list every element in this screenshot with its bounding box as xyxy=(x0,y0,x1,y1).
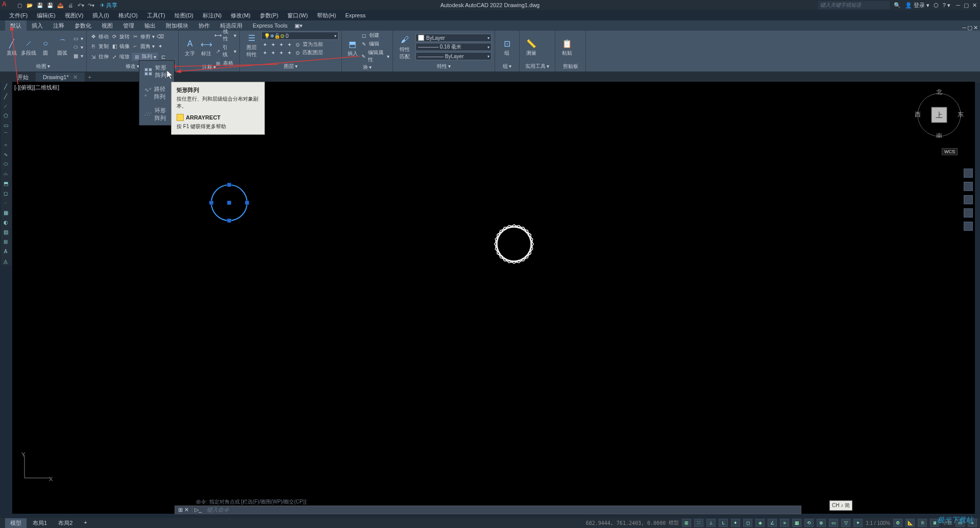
menu-tools[interactable]: 工具(T) xyxy=(143,11,169,20)
tb-line[interactable]: ╱ xyxy=(1,82,10,91)
tb-ellarc[interactable]: ⌓ xyxy=(1,169,10,178)
tb-pline[interactable]: ⟋ xyxy=(1,101,10,110)
tb-polygon[interactable]: ⬠ xyxy=(1,111,10,120)
grip-right[interactable] xyxy=(245,201,249,205)
grip-top[interactable] xyxy=(227,183,231,187)
panel-props-title[interactable]: 特性 ▾ xyxy=(396,62,492,70)
matchprop-button[interactable]: 🖌特性 匹配 xyxy=(396,34,413,60)
grip-left[interactable] xyxy=(209,201,213,205)
tb-circle[interactable]: ○ xyxy=(1,140,10,149)
insert-button[interactable]: ⬒插入 xyxy=(345,38,360,57)
polygon-star[interactable] xyxy=(488,219,540,270)
tb-point[interactable]: · xyxy=(1,198,10,207)
command-input[interactable]: ⊞ ✕ ▷_ 键入命令 xyxy=(175,506,801,514)
panel-util-title[interactable]: 实用工具 ▾ xyxy=(523,62,552,70)
offset-button[interactable]: ⊏ xyxy=(160,53,167,60)
mirror-button[interactable]: ◧镜像 xyxy=(111,43,130,50)
tab-collab[interactable]: 协作 xyxy=(193,20,215,31)
share-button[interactable]: ✈ 共享 xyxy=(100,2,117,9)
menu-modify[interactable]: 修改(M) xyxy=(227,11,255,20)
save-icon[interactable]: 💾 xyxy=(36,1,44,9)
grip-bottom[interactable] xyxy=(227,219,231,223)
hatch-button[interactable]: ▦▾ xyxy=(72,52,83,59)
status-lwt-icon[interactable]: ≡ xyxy=(780,519,789,527)
status-transp-icon[interactable]: ▦ xyxy=(792,519,801,527)
tab-start[interactable]: 开始 xyxy=(10,72,36,83)
panel-block-title[interactable]: 块 ▾ xyxy=(345,63,389,71)
attedit-button[interactable]: ✎编辑属性▾ xyxy=(360,49,389,63)
layerprops-button[interactable]: ☰图层 特性 xyxy=(243,32,260,58)
layeron-button[interactable]: ✦ xyxy=(261,41,268,48)
tb-addsel[interactable]: ◬ xyxy=(1,256,10,266)
menu-draw[interactable]: 绘图(D) xyxy=(170,11,198,20)
status-layout1-tab[interactable]: 布局1 xyxy=(28,518,52,528)
close-icon[interactable]: ✕ xyxy=(971,2,978,9)
array-button[interactable]: ⊞阵列 ▾ xyxy=(132,53,158,61)
status-gizmo-icon[interactable]: ✦ xyxy=(853,519,863,527)
paste-button[interactable]: 📋粘贴 xyxy=(558,32,576,62)
status-gear-icon[interactable]: ⚙ xyxy=(893,519,902,527)
fillet-button[interactable]: ⌐圆角▾ xyxy=(132,43,155,50)
menu-dim[interactable]: 标注(N) xyxy=(199,11,226,20)
tb-spline[interactable]: ∿ xyxy=(1,150,10,159)
search-icon[interactable]: 🔍 xyxy=(894,2,901,9)
panel-draw-title[interactable]: 绘图 ▾ xyxy=(3,62,83,70)
stretch-button[interactable]: ⇲拉伸 xyxy=(90,53,109,60)
menu-view[interactable]: 视图(V) xyxy=(61,11,88,20)
move-button[interactable]: ✥移动 xyxy=(90,33,109,40)
status-grid-icon[interactable]: ⊞ xyxy=(682,519,691,527)
tab-expand-icon[interactable]: ▣▾ xyxy=(295,21,303,30)
minimize-icon[interactable]: ─ xyxy=(954,2,962,9)
arc-button[interactable]: ⌒圆弧 xyxy=(54,37,71,57)
open-icon[interactable]: 📂 xyxy=(26,1,34,9)
status-dyn-icon[interactable]: ⊕ xyxy=(817,519,826,527)
trim-button[interactable]: ✂修剪▾ xyxy=(132,33,155,40)
lineweight-dropdown[interactable]: ———— 0.18 毫米 xyxy=(415,43,492,51)
status-otrack-icon[interactable]: ∠ xyxy=(768,519,777,527)
tab-parametric[interactable]: 参数化 xyxy=(69,20,96,31)
panel-group-title[interactable]: 组 ▾ xyxy=(498,62,516,70)
nav-showmotion-icon[interactable] xyxy=(964,222,973,231)
status-btn[interactable]: ⊥ xyxy=(706,519,716,527)
tab-addins[interactable]: 附加模块 xyxy=(161,20,193,31)
viewcube[interactable]: 上 北 南 东 西 xyxy=(914,87,965,138)
status-ws-icon[interactable]: ⎘ xyxy=(918,519,927,527)
tb-insert[interactable]: ⬒ xyxy=(1,179,10,188)
status-snap-icon[interactable]: ∷ xyxy=(694,519,703,527)
array-polar-item[interactable]: ∴∵ 环形阵列 xyxy=(139,104,174,125)
color-dropdown[interactable]: ByLayer xyxy=(415,34,492,42)
layerlock-button[interactable]: ✦ xyxy=(286,41,293,48)
status-polar-icon[interactable]: ✦ xyxy=(731,519,740,527)
search-input[interactable]: 键入关键字或短语 xyxy=(818,1,890,9)
menu-help[interactable]: 帮助(H) xyxy=(313,11,340,20)
polyline-button[interactable]: ⟋多段线 xyxy=(20,37,37,57)
menu-insert[interactable]: 插入(I) xyxy=(88,11,113,20)
linear-button[interactable]: ⟷线性▾ xyxy=(214,28,236,42)
tab-express[interactable]: Express Tools xyxy=(248,21,292,30)
circle-button[interactable]: ○圆 xyxy=(37,37,54,57)
grip-center[interactable] xyxy=(227,201,231,205)
plot-icon[interactable]: 🖨 xyxy=(66,1,75,9)
status-selfilter-icon[interactable]: ▽ xyxy=(841,519,850,527)
status-cycle-icon[interactable]: ⟲ xyxy=(804,519,814,527)
group-button[interactable]: ⊡组 xyxy=(498,32,516,62)
tb-table[interactable]: ⊞ xyxy=(1,237,10,246)
status-layout2-tab[interactable]: 布局2 xyxy=(53,518,78,528)
menu-param[interactable]: 参数(P) xyxy=(256,11,283,20)
explode-button[interactable]: ✦ xyxy=(157,43,164,50)
drawing-canvas[interactable]: [-][俯视][二维线框] 上 北 南 东 西 WCS xyxy=(12,82,975,514)
tab-close-icon[interactable]: ✕ xyxy=(73,74,78,80)
status-qp-icon[interactable]: ▭ xyxy=(829,519,838,527)
doc-maximize-icon[interactable]: ▢ xyxy=(967,25,972,31)
linetype-dropdown[interactable]: ————— ByLayer xyxy=(415,52,492,60)
tab-insert[interactable]: 插入 xyxy=(27,20,48,31)
menu-file[interactable]: 文件(F) xyxy=(5,11,32,20)
maximize-icon[interactable]: ▢ xyxy=(963,2,970,9)
redo-icon[interactable]: ↷▾ xyxy=(87,1,95,9)
tab-drawing1[interactable]: Drawing1*✕ xyxy=(36,73,85,82)
tb-ellipse[interactable]: ⬭ xyxy=(1,159,10,169)
tb-hatch[interactable]: ▦ xyxy=(1,208,10,217)
panel-layer-title[interactable]: 图层 ▾ xyxy=(243,62,338,70)
line-button[interactable]: ╱直线 xyxy=(3,37,20,57)
rotate-button[interactable]: ⟳旋转 xyxy=(111,33,130,40)
